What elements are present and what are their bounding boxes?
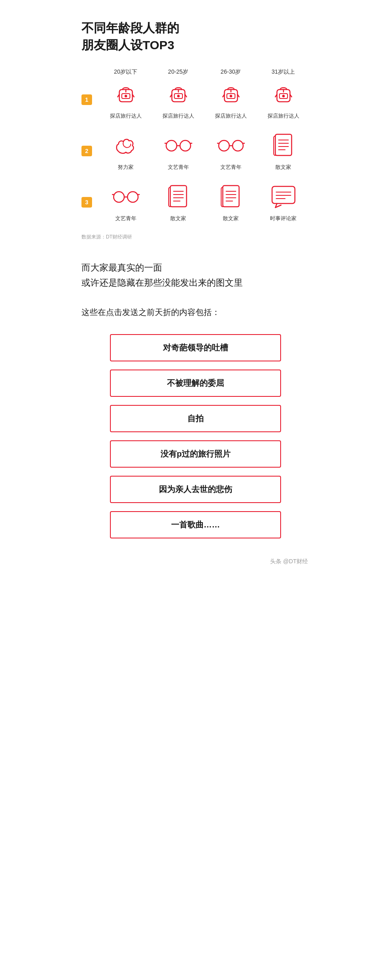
rank-2-cell-0: 努力家	[99, 131, 152, 171]
muscle-icon	[111, 131, 141, 160]
rank-badge-2: 2	[81, 146, 92, 156]
rank-3-cell-1: 散文家	[152, 182, 204, 222]
glasses-icon	[111, 182, 141, 212]
rank-1-cell-2: 探店旅行达人	[204, 80, 257, 120]
card-5: 一首歌曲……	[110, 511, 281, 538]
rank-3-cell-3: 时事评论家	[257, 182, 310, 222]
rank-2-label-0: 努力家	[118, 164, 134, 171]
rank-2-label-3: 散文家	[275, 164, 291, 171]
rank-3-label-1: 散文家	[170, 215, 186, 222]
age-header-1: 20-25岁	[152, 68, 204, 76]
footer: 头条 @DT财经	[81, 558, 310, 565]
rank-badge-3: 3	[81, 197, 92, 208]
backpack-icon	[111, 80, 141, 109]
rank-2-cell-1: 文艺青年	[152, 131, 204, 171]
rank-row-2: 2 努力家	[81, 131, 310, 171]
age-header-0: 20岁以下	[99, 68, 152, 76]
age-header-3: 31岁以上	[257, 68, 310, 76]
rank-2-label-1: 文艺青年	[168, 164, 189, 171]
svg-rect-44	[170, 186, 187, 207]
card-1: 不被理解的委屈	[110, 370, 281, 397]
backpack-icon	[269, 80, 298, 109]
chat-icon	[269, 182, 298, 212]
rank-1-label-3: 探店旅行达人	[268, 112, 299, 120]
notebook-icon	[164, 182, 193, 212]
rank-3-label-3: 时事评论家	[270, 215, 297, 222]
svg-point-29	[219, 140, 229, 151]
card-2: 自拍	[110, 405, 281, 432]
rank-1-label-1: 探店旅行达人	[163, 112, 194, 120]
backpack-icon	[164, 80, 193, 109]
card-4: 因为亲人去世的悲伤	[110, 476, 281, 503]
rank-1-cell-1: 探店旅行达人	[152, 80, 204, 120]
svg-point-25	[180, 140, 191, 151]
rank-row-1: 1 探店旅行达人	[81, 80, 310, 120]
svg-point-15	[230, 95, 232, 97]
svg-point-39	[114, 192, 124, 202]
rank-3-label-0: 文艺青年	[115, 215, 136, 222]
svg-point-40	[127, 192, 138, 202]
rank-badge-1: 1	[81, 94, 92, 105]
age-header-row: 20岁以下 20-25岁 26-30岁 31岁以上	[81, 68, 310, 76]
notebook-icon	[269, 131, 298, 160]
age-table: 20岁以下 20-25岁 26-30岁 31岁以上 1	[81, 68, 310, 222]
svg-rect-34	[275, 134, 292, 155]
page: 不同年龄段人群的 朋友圈人设TOP3 20岁以下 20-25岁 26-30岁 3…	[65, 0, 326, 590]
svg-point-9	[178, 95, 179, 97]
rank-row-3: 3 文艺青年	[81, 182, 310, 222]
rank-1-cell-3: 探店旅行达人	[257, 80, 310, 120]
svg-point-21	[283, 95, 284, 97]
prose-text: 而大家最真实的一面 或许还是隐藏在那些没能发出来的图文里	[81, 260, 310, 291]
data-source: 数据来源：DT财经调研	[81, 234, 310, 241]
svg-point-24	[166, 140, 177, 151]
rank-1-label-0: 探店旅行达人	[110, 112, 142, 120]
card-0: 对奇葩领导的吐槽	[110, 334, 281, 361]
rank-2-label-2: 文艺青年	[220, 164, 242, 171]
glasses-icon	[164, 131, 193, 160]
rank-1-cell-0: 探店旅行达人	[99, 80, 152, 120]
rank-3-cell-0: 文艺青年	[99, 182, 152, 222]
card-3: 没有p过的旅行照片	[110, 440, 281, 468]
page-title: 不同年龄段人群的 朋友圈人设TOP3	[81, 20, 310, 54]
rank-2-cell-3: 散文家	[257, 131, 310, 171]
glasses-icon	[216, 131, 246, 160]
card-list: 对奇葩领导的吐槽 不被理解的委屈 自拍 没有p过的旅行照片 因为亲人去世的悲伤 …	[81, 334, 310, 538]
backpack-icon	[216, 80, 246, 109]
svg-rect-49	[223, 186, 239, 207]
rank-3-label-2: 散文家	[223, 215, 239, 222]
intro-text: 这些在点击发送之前天折的内容包括：	[81, 307, 310, 318]
rank-3-cell-2: 散文家	[204, 182, 257, 222]
rank-1-label-2: 探店旅行达人	[215, 112, 247, 120]
svg-point-3	[125, 95, 127, 97]
notebook-icon	[216, 182, 246, 212]
age-header-2: 26-30岁	[204, 68, 257, 76]
svg-point-30	[233, 140, 243, 151]
rank-2-cell-2: 文艺青年	[204, 131, 257, 171]
